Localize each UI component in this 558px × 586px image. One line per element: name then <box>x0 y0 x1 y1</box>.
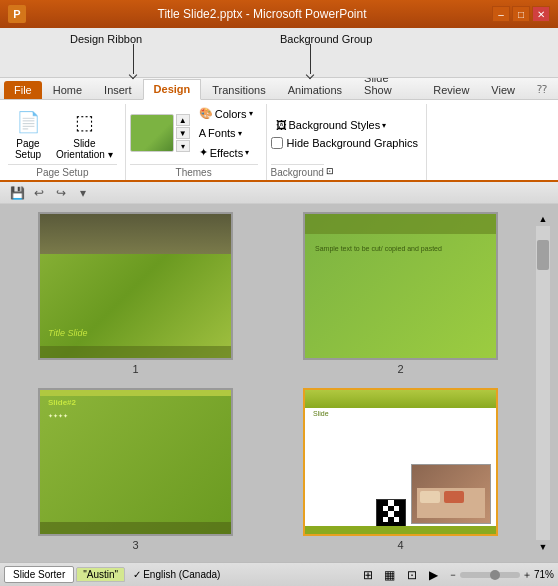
background-group: 🖼 Background Styles ▾ Hide Background Gr… <box>267 104 427 180</box>
slide-4-background: Slide <box>305 390 496 534</box>
tab-view[interactable]: View <box>480 80 526 99</box>
themes-up-button[interactable]: ▲ <box>176 114 190 126</box>
view-buttons: ⊞ ▦ ⊡ ▶ <box>358 566 444 584</box>
status-bar: Slide Sorter "Austin" ✓ English (Canada)… <box>0 562 558 586</box>
page-setup-icon: 📄 <box>12 106 44 138</box>
slide-4-footer <box>305 526 496 534</box>
slide-sorter-label: Slide Sorter <box>13 569 65 580</box>
fonts-label: Fonts <box>208 127 236 139</box>
page-setup-content: 📄 PageSetup ⬚ SlideOrientation ▾ <box>8 104 117 162</box>
qat-save-button[interactable]: 💾 <box>8 184 26 202</box>
background-styles-button[interactable]: 🖼 Background Styles ▾ <box>271 117 418 133</box>
slide-3-background: Slide#2 ✦✦✦✦ <box>40 390 231 534</box>
slide-2-header <box>305 214 496 234</box>
slide-orientation-button[interactable]: ⬚ SlideOrientation ▾ <box>52 104 117 162</box>
slide-sorter-button[interactable]: Slide Sorter <box>4 566 74 583</box>
slide-3-header <box>40 390 231 396</box>
slide-4-thumbnail[interactable]: Slide <box>303 388 498 536</box>
themes-gallery: ▲ ▼ ▾ <box>130 114 190 152</box>
zoom-handle[interactable] <box>490 570 500 580</box>
slide-1-number: 1 <box>132 363 138 375</box>
tab-help[interactable]: ⁇ <box>526 79 558 99</box>
slide-2-number: 2 <box>397 363 403 375</box>
hide-background-row: Hide Background Graphics <box>271 137 418 149</box>
slide-1-footer <box>40 346 231 358</box>
colors-button[interactable]: 🎨 Colors ▾ <box>194 105 258 122</box>
zoom-in-button[interactable]: ＋ <box>522 568 532 582</box>
zoom-slider[interactable] <box>460 572 520 578</box>
normal-view-button[interactable]: ⊞ <box>358 566 378 584</box>
slide-2-thumbnail[interactable]: Sample text to be cut/ copied and pasted <box>303 212 498 360</box>
themes-options: 🎨 Colors ▾ A Fonts ▾ ✦ Effects ▾ <box>194 105 258 161</box>
vertical-scrollbar: ▲ ▼ <box>536 212 550 554</box>
ribbon-tabs: File Home Insert Design Transitions Anim… <box>0 78 558 100</box>
close-button[interactable]: ✕ <box>532 6 550 22</box>
effects-label: Effects <box>210 147 243 159</box>
minimize-button[interactable]: – <box>492 6 510 22</box>
slide-1-header <box>40 214 231 254</box>
page-setup-label: PageSetup <box>15 138 41 160</box>
scroll-thumb[interactable] <box>537 240 549 270</box>
page-setup-button[interactable]: 📄 PageSetup <box>8 104 48 162</box>
scroll-down-button[interactable]: ▼ <box>536 540 550 554</box>
background-group-label: Background <box>271 164 324 180</box>
themes-down-button[interactable]: ▼ <box>176 127 190 139</box>
slide-4-container: Slide <box>273 388 528 554</box>
slide-3-thumbnail[interactable]: Slide#2 ✦✦✦✦ <box>38 388 233 536</box>
background-group-label: Background Group <box>280 33 372 45</box>
tab-design[interactable]: Design <box>143 79 202 100</box>
tab-review[interactable]: Review <box>422 80 480 99</box>
tab-insert[interactable]: Insert <box>93 80 143 99</box>
title-bar: P Title Slide2.pptx - Microsoft PowerPoi… <box>0 0 558 28</box>
qat-redo-button[interactable]: ↪ <box>52 184 70 202</box>
zoom-area: － ＋ 71% <box>448 568 554 582</box>
slide-2-container: Sample text to be cut/ copied and pasted… <box>273 212 528 378</box>
tab-animations[interactable]: Animations <box>277 80 353 99</box>
slide-1-thumbnail[interactable]: Title Slide <box>38 212 233 360</box>
reading-view-button[interactable]: ⊡ <box>402 566 422 584</box>
hide-background-checkbox[interactable] <box>271 137 283 149</box>
tab-transitions[interactable]: Transitions <box>201 80 276 99</box>
effects-button[interactable]: ✦ Effects ▾ <box>194 144 258 161</box>
slide-1-background: Title Slide <box>40 214 231 358</box>
austin-tab[interactable]: "Austin" <box>76 567 125 582</box>
background-group-arrow <box>310 44 311 74</box>
status-right-area: ⊞ ▦ ⊡ ▶ － ＋ 71% <box>358 566 554 584</box>
main-area: Title Slide 1 Sample text to be cut/ cop… <box>0 204 558 562</box>
design-ribbon-arrow <box>133 44 134 74</box>
fonts-icon: A <box>199 127 206 139</box>
maximize-button[interactable]: □ <box>512 6 530 22</box>
scroll-up-button[interactable]: ▲ <box>536 212 550 226</box>
background-content: 🖼 Background Styles ▾ Hide Background Gr… <box>271 104 418 162</box>
tab-file[interactable]: File <box>4 81 42 99</box>
hide-background-label: Hide Background Graphics <box>287 137 418 149</box>
slideshow-button[interactable]: ▶ <box>424 566 444 584</box>
qat-undo-button[interactable]: ↩ <box>30 184 48 202</box>
background-options: 🖼 Background Styles ▾ Hide Background Gr… <box>271 117 418 149</box>
theme-thumbnail[interactable] <box>130 114 174 152</box>
slide-3-bullets: ✦✦✦✦ <box>48 412 68 419</box>
qat-customize-button[interactable]: ▾ <box>74 184 92 202</box>
zoom-percent: 71% <box>534 569 554 580</box>
photo-pillow1 <box>420 491 440 503</box>
background-styles-arrow: ▾ <box>382 121 386 130</box>
page-setup-group-label: Page Setup <box>8 164 117 180</box>
themes-more-button[interactable]: ▾ <box>176 140 190 152</box>
slide-2-background: Sample text to be cut/ copied and pasted <box>305 214 496 358</box>
zoom-out-button[interactable]: － <box>448 568 458 582</box>
background-styles-label: Background Styles <box>289 119 381 131</box>
ribbon-content: 📄 PageSetup ⬚ SlideOrientation ▾ Page Se… <box>0 100 558 182</box>
austin-tab-label: "Austin" <box>83 569 118 580</box>
background-dialog-launcher[interactable]: ⊡ <box>326 166 334 176</box>
slide-orientation-label: SlideOrientation ▾ <box>56 138 113 160</box>
slide-3-container: Slide#2 ✦✦✦✦ 3 <box>8 388 263 554</box>
themes-content: ▲ ▼ ▾ 🎨 Colors ▾ A Fonts ▾ ✦ Ef <box>130 104 258 162</box>
slide-4-header <box>305 390 496 408</box>
slide-sorter-view-button[interactable]: ▦ <box>380 566 400 584</box>
themes-group-label: Themes <box>130 164 258 180</box>
fonts-button[interactable]: A Fonts ▾ <box>194 125 258 141</box>
effects-dropdown-arrow: ▾ <box>245 148 249 157</box>
window-controls: – □ ✕ <box>492 6 550 22</box>
slide-1-container: Title Slide 1 <box>8 212 263 378</box>
tab-home[interactable]: Home <box>42 80 93 99</box>
